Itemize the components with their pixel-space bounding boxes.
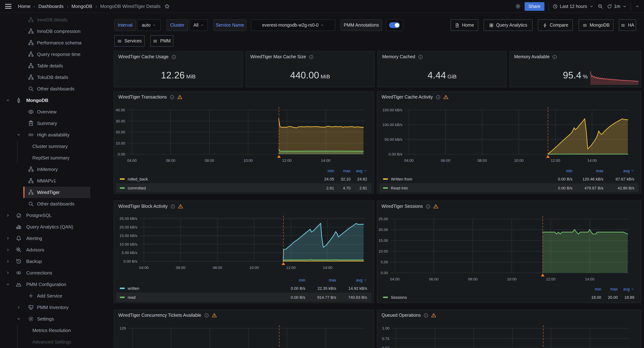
panel-title[interactable]: WiredTiger Sessions [382, 204, 438, 209]
chevron-down-icon[interactable] [16, 133, 21, 137]
panel-title[interactable]: Memory Available [514, 54, 557, 59]
legend-row-read-into[interactable]: Read into0.00 B/s479.67 B/s42.86 B/s [379, 183, 638, 192]
legend-row-read[interactable]: read0.00 B/s914.77 B/s740.63 B/s [116, 293, 372, 302]
legend-sort-avg[interactable]: avg [336, 278, 367, 282]
sidebar-item-pmm-configuration[interactable]: PMM Configuration [0, 278, 108, 290]
sidebar-item-pmm-inventory[interactable]: PMM Inventory [0, 302, 108, 313]
sidebar-item-replset-summary[interactable]: ReplSet summary [0, 152, 108, 164]
sidebar-item-other-dashboards[interactable]: Other dashboards [0, 83, 108, 94]
interval-filter-value[interactable]: auto [137, 20, 161, 31]
info-icon[interactable] [436, 95, 440, 100]
compare-shortcut-button[interactable]: Compare [538, 20, 573, 31]
legend-sort-min[interactable]: min [585, 287, 601, 291]
info-icon[interactable] [424, 313, 428, 318]
sidebar-item-table-details[interactable]: Table details [0, 60, 108, 72]
panel-title[interactable]: Memory Cached [382, 54, 423, 59]
dashboard-settings-icon[interactable] [515, 4, 520, 9]
chevron-right-icon[interactable] [6, 248, 10, 252]
service-name-filter-value[interactable]: everest-mongodb-w2g-rs0-0 [251, 20, 335, 31]
sidebar-item-query-analytics-qan[interactable]: Query Analytics (QAN) [0, 221, 108, 232]
panel-title[interactable]: WiredTiger Concurrency Tickets Available [118, 313, 217, 318]
sidebar-item-settings[interactable]: Settings [0, 313, 108, 325]
sidebar-item-backup[interactable]: Backup [0, 256, 108, 267]
sidebar-item-add-service[interactable]: Add Service [0, 290, 108, 302]
info-icon[interactable] [172, 54, 176, 59]
sidebar-item-postgresql[interactable]: PostgreSQL [0, 210, 108, 221]
legend-sort-avg[interactable]: avg [350, 168, 367, 173]
panel-title[interactable]: WiredTiger Transactions [118, 94, 182, 100]
sidebar-item-innodb-compression[interactable]: InnoDB compression [0, 26, 108, 37]
breadcrumb-item-dashboards[interactable]: Dashboards [38, 4, 64, 9]
sidebar-item-metrics-resolution[interactable]: Metrics Resolution [0, 325, 108, 336]
warning-icon[interactable] [212, 313, 217, 318]
home-shortcut-button[interactable]: Home [450, 20, 478, 31]
warning-icon[interactable] [443, 94, 448, 100]
info-icon[interactable] [204, 313, 209, 318]
cluster-filter-value[interactable]: All [190, 20, 208, 31]
legend-sort-max[interactable]: max [572, 168, 603, 173]
legend-sort-min[interactable]: min [274, 278, 305, 282]
time-range-picker[interactable]: Last 12 hours [553, 4, 594, 9]
sidebar-item-summary[interactable]: Summary [0, 118, 108, 129]
pmm-shortcut-button[interactable]: PMM [150, 35, 173, 47]
chevron-down-icon[interactable] [6, 98, 10, 102]
panel-title[interactable]: WiredTiger Cache Usage [118, 54, 176, 59]
info-icon[interactable] [552, 54, 557, 59]
panel-title[interactable]: WiredTiger Max Cache Size [250, 54, 314, 59]
breadcrumb-item-mongodb[interactable]: MongoDB [72, 4, 92, 9]
legend-sort-max[interactable]: max [334, 168, 350, 173]
zoom-out-icon[interactable] [598, 4, 603, 9]
chevron-right-icon[interactable] [16, 305, 21, 310]
warning-icon[interactable] [178, 204, 183, 209]
sidebar-item-cluster-summary[interactable]: Cluster summary [0, 140, 108, 152]
sidebar-item-advanced-settings[interactable]: Advanced Settings [0, 336, 108, 348]
sidebar-item-wiredtiger[interactable]: WiredTiger [0, 186, 108, 198]
sidebar-item-alerting[interactable]: Alerting [0, 232, 108, 244]
refresh-picker[interactable]: 1m [607, 4, 627, 9]
sidebar-item-mmapv1[interactable]: MMAPv1 [0, 175, 108, 186]
chevron-right-icon[interactable] [6, 236, 10, 240]
mongodb-shortcut-button[interactable]: MongoDB [578, 20, 614, 31]
sidebar-item-query-response-time[interactable]: Query response time [0, 48, 108, 60]
favorite-star-icon[interactable] [164, 4, 170, 9]
sidebar-item-other-dashboards[interactable]: Other dashboards [0, 198, 108, 210]
sidebar-item-mongodb[interactable]: MongoDB [0, 94, 108, 106]
warning-icon[interactable] [177, 94, 182, 100]
legend-sort-max[interactable]: max [601, 287, 618, 291]
legend-row-written[interactable]: written0.00 B/s22.35 kB/s14.92 kB/s [116, 284, 372, 293]
chevron-down-icon[interactable] [6, 282, 10, 286]
sidebar-item-advisors[interactable]: Advisors [0, 244, 108, 256]
query-analytics-shortcut-button[interactable]: Query Analytics [484, 20, 532, 31]
share-button[interactable]: Share [524, 2, 544, 10]
sidebar-item-tokudb-details[interactable]: TokuDB details [0, 72, 108, 83]
chevron-right-icon[interactable] [6, 271, 10, 275]
info-icon[interactable] [170, 95, 174, 100]
sidebar-item-overview[interactable]: Overview [0, 106, 108, 118]
warning-icon[interactable] [431, 313, 436, 318]
sidebar-item-connections[interactable]: Connections [0, 267, 108, 278]
pmm-annotations-toggle[interactable] [386, 20, 403, 31]
legend-sort-avg[interactable]: avg [618, 287, 634, 291]
legend-sort-min[interactable]: min [318, 168, 334, 173]
sidebar-item-high-availability[interactable]: High availability [0, 129, 108, 140]
chevron-down-icon[interactable] [16, 317, 21, 321]
chevron-right-icon[interactable] [6, 213, 10, 218]
ha-shortcut-button[interactable]: HA [619, 20, 636, 31]
toggle-switch[interactable] [389, 22, 400, 28]
legend-row-sessions[interactable]: Sessions18.0020.0018.89 [379, 293, 638, 302]
warning-icon[interactable] [433, 204, 438, 209]
panel-title[interactable]: Queued Operations [382, 313, 436, 318]
services-shortcut-button[interactable]: Services [114, 35, 144, 47]
legend-row-committed[interactable]: committed2.614.702.81 [116, 183, 372, 192]
legend-row-rolled-back[interactable]: rolled_back24.0532.1024.82 [116, 174, 372, 183]
sidebar-item-performance-schema[interactable]: Performance schema [0, 37, 108, 48]
breadcrumb-item-home[interactable]: Home [18, 4, 30, 9]
sidebar-item-innodb-details[interactable]: InnoDB details [0, 14, 108, 26]
info-icon[interactable] [418, 54, 423, 59]
panel-title[interactable]: WiredTiger Block Activity [118, 204, 183, 209]
legend-sort-min[interactable]: min [542, 168, 572, 173]
panel-title[interactable]: WiredTiger Cache Activity [382, 94, 448, 100]
info-icon[interactable] [170, 204, 175, 209]
legend-sort-avg[interactable]: avg [603, 168, 634, 173]
chevron-right-icon[interactable] [6, 259, 10, 264]
